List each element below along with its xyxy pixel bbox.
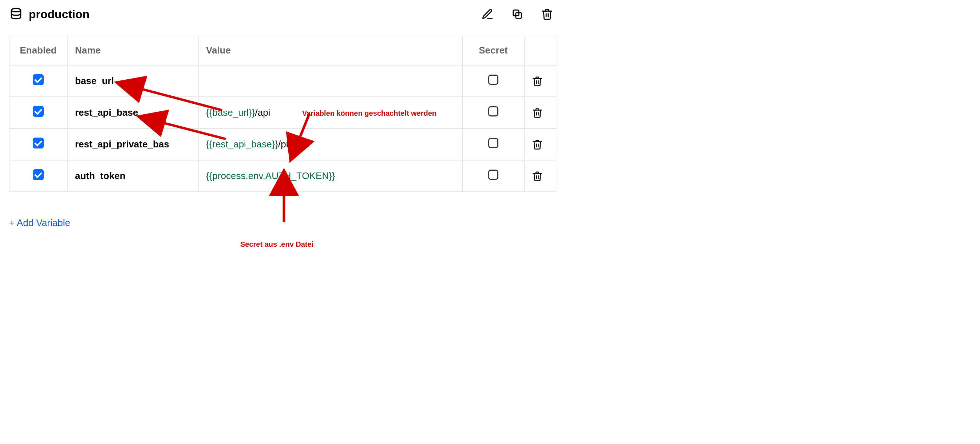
delete-cell: [524, 97, 557, 129]
enabled-cell[interactable]: [9, 129, 67, 160]
delete-cell: [524, 129, 557, 160]
checkbox-checked-icon[interactable]: [33, 169, 44, 180]
delete-row-button[interactable]: [532, 76, 543, 87]
value-cell[interactable]: [199, 65, 462, 97]
secret-cell[interactable]: [462, 65, 524, 97]
copy-icon: [511, 8, 523, 21]
header-actions: [481, 8, 557, 21]
checkbox-unchecked-icon[interactable]: [488, 106, 498, 116]
trash-icon: [532, 76, 543, 87]
delete-row-button[interactable]: [532, 171, 543, 181]
trash-icon: [532, 139, 543, 150]
checkbox-unchecked-icon[interactable]: [488, 138, 498, 148]
value-text: /private: [278, 138, 309, 150]
checkbox-unchecked-icon[interactable]: [488, 75, 498, 85]
header-left: production: [9, 7, 89, 21]
enabled-cell[interactable]: [9, 65, 67, 97]
name-cell[interactable]: rest_api_private_bas: [67, 129, 199, 160]
environment-editor: production: [0, 0, 561, 258]
delete-row-button[interactable]: [532, 139, 543, 150]
trash-icon: [541, 8, 554, 21]
delete-cell: [524, 160, 557, 192]
secret-cell[interactable]: [462, 160, 524, 192]
template-token: {{rest_api_base}}: [206, 138, 278, 150]
value-cell[interactable]: {{process.env.AUTH_TOKEN}}: [199, 160, 462, 192]
value-cell[interactable]: {{rest_api_base}}/private: [199, 129, 462, 160]
delete-row-button[interactable]: [532, 107, 543, 118]
template-token: {{process.env.AUTH_TOKEN}}: [206, 170, 335, 181]
copy-button[interactable]: [511, 8, 523, 21]
table-row: rest_api_private_bas{{rest_api_base}}/pr…: [9, 129, 557, 160]
secret-cell[interactable]: [462, 129, 524, 160]
table-row: base_url: [9, 65, 557, 97]
environment-title: production: [29, 8, 89, 21]
col-header-secret: Secret: [462, 36, 524, 65]
edit-button[interactable]: [481, 8, 494, 21]
enabled-cell[interactable]: [9, 97, 67, 129]
delete-environment-button[interactable]: [541, 8, 554, 21]
trash-icon: [532, 171, 543, 181]
delete-cell: [524, 65, 557, 97]
checkbox-checked-icon[interactable]: [33, 106, 44, 117]
enabled-cell[interactable]: [9, 160, 67, 192]
variables-table: Enabled Name Value Secret base_urlrest_a…: [9, 36, 557, 192]
table-row: auth_token{{process.env.AUTH_TOKEN}}: [9, 160, 557, 192]
template-token: {{base_url}}: [206, 107, 255, 118]
checkbox-unchecked-icon[interactable]: [488, 170, 498, 180]
svg-point-0: [11, 8, 21, 12]
col-header-enabled: Enabled: [9, 36, 67, 65]
header-row: production: [9, 7, 557, 36]
database-icon: [9, 7, 23, 21]
name-cell[interactable]: base_url: [67, 65, 199, 97]
trash-icon: [532, 107, 543, 118]
table-row: rest_api_base{{base_url}}/api: [9, 97, 557, 129]
checkbox-checked-icon[interactable]: [33, 138, 44, 148]
checkbox-checked-icon[interactable]: [33, 74, 44, 85]
value-cell[interactable]: {{base_url}}/api: [199, 97, 462, 129]
col-header-name: Name: [67, 36, 199, 65]
annotation-secret-env: Secret aus .env Datei: [240, 240, 313, 248]
table-header-row: Enabled Name Value Secret: [9, 36, 557, 65]
name-cell[interactable]: rest_api_base: [67, 97, 199, 129]
name-cell[interactable]: auth_token: [67, 160, 199, 192]
col-header-delete: [524, 36, 557, 65]
edit-icon: [481, 8, 494, 21]
add-variable-button[interactable]: + Add Variable: [9, 217, 70, 229]
secret-cell[interactable]: [462, 97, 524, 129]
value-text: /api: [255, 107, 270, 118]
col-header-value: Value: [199, 36, 462, 65]
